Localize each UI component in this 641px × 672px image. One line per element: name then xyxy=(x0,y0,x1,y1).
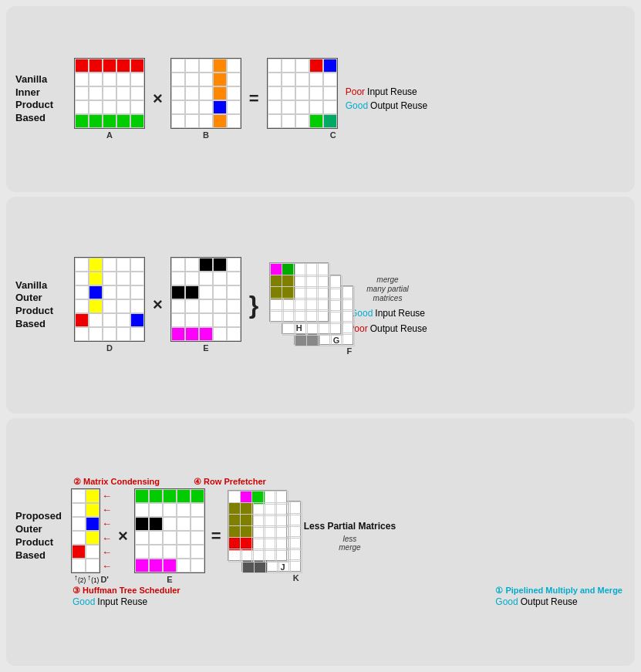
input-reuse-2: Input Reuse xyxy=(375,308,425,319)
arrow-4: ← xyxy=(102,532,112,544)
label-f: F xyxy=(294,346,353,356)
matrix-e3 xyxy=(134,488,205,573)
matrix-d xyxy=(74,257,145,342)
sec3-bottom: ③ Huffman Tree Scheduler Good Input Reus… xyxy=(15,584,626,607)
sec1-content: A × B = xyxy=(74,58,626,140)
sec3-label: ProposedOuterProductBased xyxy=(15,510,68,562)
d-prime-bottom: ↑(2) ↑(1) D' xyxy=(74,573,109,584)
arrow-6: ← xyxy=(102,560,112,572)
stacked-jk: K J xyxy=(228,490,301,583)
arrow-3: ← xyxy=(102,518,112,529)
pipelined-label: ① Pipelined Multiply and Merge xyxy=(495,586,622,596)
label-a: A xyxy=(106,130,113,140)
poor-input-label: Poor Input Reuse xyxy=(346,86,427,97)
matrix-c xyxy=(267,58,338,129)
matrix-d-prime-wrap: ← ← ← ← ← ← ↑(2) ↑(1) D' xyxy=(71,488,112,584)
huffman-good-input: ③ Huffman Tree Scheduler Good Input Reus… xyxy=(73,586,180,607)
huffman-label: ③ Huffman Tree Scheduler xyxy=(73,586,180,596)
sec2-label: VanillaOuterProductBased xyxy=(15,279,68,332)
eq-2: } xyxy=(249,291,258,319)
matrix-d-prime xyxy=(71,488,100,573)
input-reuse-3: Input Reuse xyxy=(97,596,147,607)
matrix-d-wrap: D xyxy=(74,257,145,353)
less-partial-label: Less Partial Matrices xyxy=(304,521,396,532)
section-2: VanillaOuterProductBased D × xyxy=(6,197,635,414)
good-input-2: Good Input Reuse xyxy=(350,308,425,319)
row-prefetcher-label: ④ Row Prefetcher xyxy=(194,477,266,487)
good-output-3: Good Output Reuse xyxy=(495,596,577,607)
matrix-condensing-label: ② Matrix Condensing xyxy=(73,477,160,487)
output-reuse-1: Output Reuse xyxy=(370,100,427,111)
label-k: K xyxy=(241,573,301,583)
input-reuse-1: Input Reuse xyxy=(367,86,417,97)
label-h: H xyxy=(269,323,329,333)
arrow-1: ← xyxy=(102,490,112,501)
matrix-h-wrap: H xyxy=(269,262,329,333)
matrix-j xyxy=(228,490,287,561)
label-j: J xyxy=(228,562,287,572)
label-d-prime: D' xyxy=(100,575,109,584)
section-1: VanillaInnerProductBased xyxy=(6,6,635,192)
eq-area-3: = xyxy=(208,526,224,546)
poor-output-2: Poor Output Reuse xyxy=(348,323,427,334)
sec2-content: D × E } xyxy=(74,257,626,353)
main-container: VanillaInnerProductBased xyxy=(0,0,641,672)
label-g: G xyxy=(282,336,341,345)
good-input-3: Good Input Reuse xyxy=(73,596,180,607)
eq-1: = xyxy=(249,89,259,109)
label-2-text: ↑(2) xyxy=(74,573,86,584)
matrix-a-wrap: A xyxy=(74,58,145,140)
arrow-5: ← xyxy=(102,546,112,558)
matrix-e xyxy=(170,257,241,342)
sec3-right-labels: Less Partial Matrices lessmerge xyxy=(304,521,396,552)
eq-3: = xyxy=(211,526,221,546)
matrix-h xyxy=(269,262,329,322)
label-c: C xyxy=(267,130,338,140)
op-times-2: × xyxy=(153,295,163,315)
matrix-d-prime-with-arrows: ← ← ← ← ← ← xyxy=(71,488,112,573)
label-1-text: ↑(1) xyxy=(87,573,99,584)
pipelined-good-output: ① Pipelined Multiply and Merge Good Outp… xyxy=(495,586,622,607)
matrix-c-wrap: C xyxy=(267,58,338,140)
less-merge-label: lessmerge xyxy=(304,535,396,552)
good-text-1: Good xyxy=(346,100,368,111)
op-times-3: × xyxy=(118,526,128,546)
op-times-1: × xyxy=(153,89,163,109)
matrix-e3-wrap: E xyxy=(134,488,205,584)
good-text-3: Good xyxy=(73,596,95,607)
matrix-j-wrap: J xyxy=(228,490,287,572)
merge-label: mergemany partialmatrices xyxy=(366,275,408,303)
label-e3: E xyxy=(167,575,172,584)
matrix-a xyxy=(74,58,145,129)
label-e: E xyxy=(203,343,208,353)
sec3-content: ② Matrix Condensing ④ Row Prefetcher Pro… xyxy=(15,477,626,607)
stacked-matrices: F G xyxy=(266,262,343,347)
sec1-reuse-labels: Poor Input Reuse Good Output Reuse xyxy=(346,86,427,111)
sec2-right: mergemany partialmatrices Good Input Reu… xyxy=(348,275,427,334)
poor-text-1: Poor xyxy=(346,86,365,97)
label-b: B xyxy=(203,130,209,140)
matrix-b xyxy=(170,58,241,129)
arrow-2: ← xyxy=(102,504,112,515)
sec1-label: VanillaInnerProductBased xyxy=(15,73,68,126)
annotation-row: ② Matrix Condensing ④ Row Prefetcher xyxy=(15,477,626,487)
sec3-main-row: ProposedOuterProductBased xyxy=(15,488,626,584)
matrix-b-wrap: B xyxy=(170,58,241,140)
output-reuse-3: Output Reuse xyxy=(521,596,578,607)
good-output-label: Good Output Reuse xyxy=(346,100,427,111)
section-3: ② Matrix Condensing ④ Row Prefetcher Pro… xyxy=(6,418,635,666)
label-d: D xyxy=(106,343,113,353)
output-reuse-2: Output Reuse xyxy=(370,323,427,334)
good-text-4: Good xyxy=(495,596,518,607)
condensing-arrows: ← ← ← ← ← ← xyxy=(100,488,112,573)
matrix-e-wrap: E xyxy=(170,257,241,353)
